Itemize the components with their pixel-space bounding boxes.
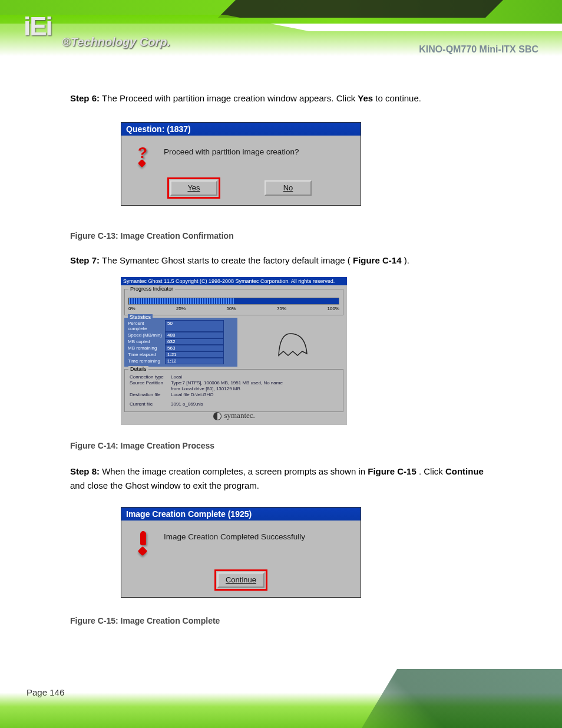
header-deco [218,0,503,18]
question-icon [134,146,152,163]
step-6: Step 6: The Proceed with partition image… [70,91,494,106]
step-after1: . Click [419,466,443,476]
ghost-logo-icon [243,318,343,369]
step-8: Step 8: When the image creation complete… [70,465,494,493]
dialog-message: Image Creation Completed Successfully [164,531,305,555]
step-text: The Proceed with partition image creatio… [102,93,355,103]
ghost-titlebar: Symantec Ghost 11.5 Copyright (C) 1998-2… [121,277,347,285]
step-prefix: Step 8: [70,466,100,476]
no-button[interactable]: No [265,180,312,196]
logo-text: iEi [24,12,52,41]
dialog-title: Question: (1837) [121,123,361,136]
figure-ref: Figure C-14 [353,255,402,265]
dialog-title: Image Creation Complete (1925) [121,508,361,521]
figure-caption-1: Figure C-13: Image Creation Confirmation [70,231,234,241]
figure-ref: Figure C-15 [368,466,416,476]
progress-bar [128,298,339,305]
step-after: ). [404,255,409,265]
progress-indicator-box: Progress Indicator 0%25%50%75%100% [124,289,343,315]
exclamation-icon [134,531,152,555]
step-after: to continue. [375,93,421,103]
figure-caption-3: Figure C-15: Image Creation Complete [70,616,220,625]
yes-button[interactable]: Yes [170,180,217,196]
step-prefix: Step 6: [70,93,100,103]
step-7: Step 7: The Symantec Ghost starts to cre… [70,253,494,268]
statistics-box: Statistics Percent complete50 Speed (MB/… [124,318,237,367]
dialog-message: Proceed with partition image creation? [164,146,299,163]
page-header-bg [0,0,562,65]
step-prefix: Step 7: [70,255,100,265]
product-title: KINO-QM770 Mini-ITX SBC [419,44,538,55]
ghost-screenshot: Symantec Ghost 11.5 Copyright (C) 1998-2… [121,277,347,425]
step-action: Yes [358,93,373,103]
page-footer-bg [0,664,562,728]
symantec-footer: symantec. [121,411,347,421]
step-text: When the image creation completes, a scr… [102,466,365,476]
dialog-complete: Image Creation Complete (1925) Image Cre… [121,507,361,598]
details-box: Details Connection typeLocal Source Part… [124,369,343,412]
figure-caption-2: Figure C-14: Image Creation Process [70,441,214,450]
brand-logo: iEi [24,12,52,41]
step-action: Continue [445,466,484,476]
step-text: The Symantec Ghost starts to create the … [102,255,351,265]
continue-button[interactable]: Continue [217,572,265,588]
brand-tagline: ®Technology Corp. [62,35,170,49]
dialog-question: Question: (1837) Proceed with partition … [121,122,361,206]
step-after2: and close the Ghost window to exit the p… [70,480,259,490]
